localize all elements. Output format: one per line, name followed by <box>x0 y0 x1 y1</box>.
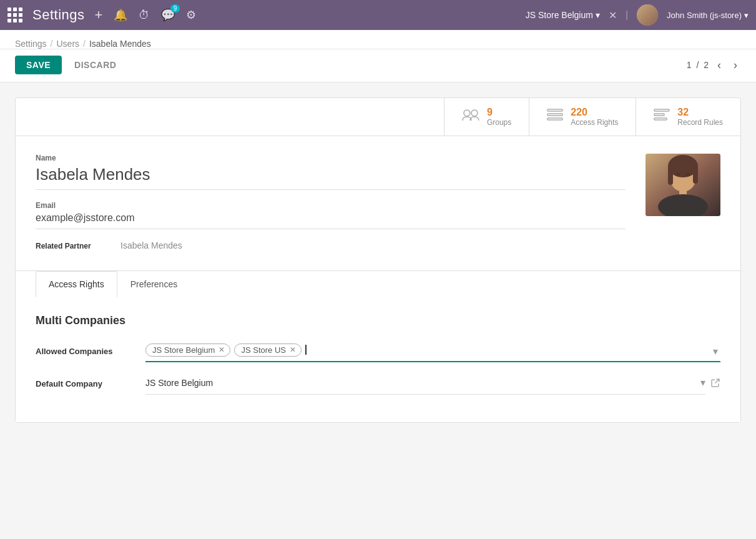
svg-point-1 <box>471 110 478 116</box>
user-photo[interactable] <box>646 154 720 216</box>
stats-placeholder <box>16 98 444 136</box>
default-company-input: JS Store Belgium ▾ <box>145 372 720 395</box>
groups-icon <box>462 108 479 126</box>
breadcrumb-users[interactable]: Users <box>56 39 79 49</box>
default-company-select[interactable]: JS Store Belgium ▾ <box>145 372 705 395</box>
default-company-label: Default Company <box>36 379 135 388</box>
svg-point-0 <box>464 110 470 116</box>
allowed-companies-label: Allowed Companies <box>36 347 135 356</box>
stats-row: 9 Groups 220 Access Rights <box>16 98 740 136</box>
save-button[interactable]: SAVE <box>15 56 62 74</box>
external-link-icon[interactable] <box>710 378 720 390</box>
app-title: Settings <box>32 7 85 23</box>
pager-text: 1 / 2 <box>687 60 709 70</box>
user-avatar[interactable] <box>637 4 658 26</box>
pager: 1 / 2 ‹ › <box>687 57 741 73</box>
allowed-companies-group: Allowed Companies JS Store Belgium ✕ JS … <box>36 340 720 362</box>
plus-icon[interactable]: + <box>95 7 103 23</box>
toolbar: SAVE DISCARD 1 / 2 ‹ › <box>0 49 756 82</box>
clock-icon[interactable]: ⏱ <box>139 9 150 22</box>
x-separator: | <box>626 9 628 21</box>
top-navigation: Settings + 🔔 ⏱ 💬 9 ⚙ JS Store Belgium ▾ … <box>0 0 756 30</box>
svg-rect-3 <box>547 114 562 116</box>
groups-label: Groups <box>487 118 511 127</box>
name-value[interactable]: Isabela Mendes <box>36 165 626 190</box>
svg-rect-2 <box>547 109 562 111</box>
breadcrumb-toolbar-bar: Settings / Users / Isabela Mendes <box>0 30 756 49</box>
pager-current: 1 <box>687 60 692 70</box>
default-company-group: Default Company JS Store Belgium ▾ <box>36 372 720 395</box>
svg-rect-4 <box>547 118 562 120</box>
email-label: Email <box>36 201 626 210</box>
allowed-companies-input: JS Store Belgium ✕ JS Store US ✕ ▾ <box>145 340 720 362</box>
tag-js-store-belgium: JS Store Belgium ✕ <box>145 344 230 357</box>
stat-groups[interactable]: 9 Groups <box>444 98 529 136</box>
related-partner-row: Related Partner Isabela Mendes <box>36 240 626 250</box>
bell-icon[interactable]: 🔔 <box>114 8 127 22</box>
chat-badge: 9 <box>170 4 180 12</box>
stat-access-rights[interactable]: 220 Access Rights <box>529 98 636 136</box>
allowed-companies-dropdown-icon[interactable]: ▾ <box>713 345 718 357</box>
record-rules-label: Record Rules <box>677 118 723 127</box>
stat-record-rules[interactable]: 32 Record Rules <box>636 98 740 136</box>
record-rules-icon <box>654 108 670 126</box>
settings-icon[interactable]: ⚙ <box>186 8 196 22</box>
tabs-bar: Access Rights Preferences <box>16 270 740 297</box>
breadcrumb-current: Isabela Mendes <box>89 39 151 49</box>
breadcrumb-sep-1: / <box>51 39 53 49</box>
access-rights-info: 220 Access Rights <box>571 107 618 127</box>
breadcrumb-settings[interactable]: Settings <box>15 39 47 49</box>
tag-js-store-us: JS Store US ✕ <box>234 344 302 357</box>
form-main: Name Isabela Mendes Email example@jsstor… <box>36 154 626 255</box>
avatar-image <box>637 4 658 26</box>
tag-label-js-store-us: JS Store US <box>241 345 286 355</box>
form-area: Name Isabela Mendes Email example@jsstor… <box>16 136 740 270</box>
svg-rect-6 <box>654 114 664 116</box>
tag-remove-js-store-us[interactable]: ✕ <box>290 345 296 354</box>
tab-access-rights[interactable]: Access Rights <box>36 271 117 297</box>
close-icon[interactable]: ✕ <box>609 9 617 21</box>
related-partner-value[interactable]: Isabela Mendes <box>120 240 182 250</box>
tag-label-js-store-belgium: JS Store Belgium <box>152 345 215 355</box>
allowed-companies-tags-input[interactable]: JS Store Belgium ✕ JS Store US ✕ <box>145 340 720 362</box>
breadcrumb-sep-2: / <box>83 39 86 49</box>
user-card: 9 Groups 220 Access Rights <box>15 97 741 423</box>
discard-button[interactable]: DISCARD <box>69 56 121 74</box>
section-title-multi-companies: Multi Companies <box>36 314 720 327</box>
topnav-actions: + 🔔 ⏱ 💬 9 ⚙ <box>95 7 516 23</box>
chat-icon[interactable]: 💬 9 <box>161 8 175 22</box>
tag-remove-js-store-belgium[interactable]: ✕ <box>218 345 225 354</box>
pager-prev-button[interactable]: ‹ <box>714 57 725 73</box>
pager-sep: / <box>696 60 699 70</box>
groups-info: 9 Groups <box>487 107 511 127</box>
store-selector[interactable]: JS Store Belgium ▾ <box>526 10 600 20</box>
access-rights-icon <box>547 108 563 126</box>
topnav-right: JS Store Belgium ▾ ✕ | John Smith (js-st… <box>526 4 749 26</box>
user-dropdown-icon: ▾ <box>744 11 749 20</box>
svg-point-15 <box>676 173 680 176</box>
main-content: 9 Groups 220 Access Rights <box>0 82 756 438</box>
email-value[interactable]: example@jsstore.com <box>36 212 626 229</box>
text-cursor <box>305 345 307 355</box>
store-dropdown-icon: ▾ <box>596 10 600 20</box>
record-rules-count: 32 <box>677 107 723 118</box>
tab-preferences[interactable]: Preferences <box>117 271 190 297</box>
svg-point-16 <box>686 173 690 176</box>
tab-content-access-rights: Multi Companies Allowed Companies JS Sto… <box>16 297 740 422</box>
pager-next-button[interactable]: › <box>730 57 741 73</box>
name-label: Name <box>36 154 626 162</box>
form-avatar <box>646 154 720 255</box>
svg-rect-5 <box>654 109 669 111</box>
breadcrumb: Settings / Users / Isabela Mendes <box>15 39 741 49</box>
app-grid-icon[interactable] <box>7 7 22 22</box>
record-rules-info: 32 Record Rules <box>677 107 723 127</box>
related-partner-label: Related Partner <box>36 242 110 250</box>
svg-rect-12 <box>693 166 698 184</box>
default-company-value: JS Store Belgium <box>145 378 700 388</box>
default-company-dropdown-icon[interactable]: ▾ <box>700 377 705 388</box>
store-name: JS Store Belgium <box>526 10 593 20</box>
svg-rect-11 <box>668 166 673 185</box>
svg-rect-7 <box>654 118 667 120</box>
access-rights-count: 220 <box>571 107 618 118</box>
user-menu[interactable]: John Smith (js-store) ▾ <box>667 11 749 20</box>
